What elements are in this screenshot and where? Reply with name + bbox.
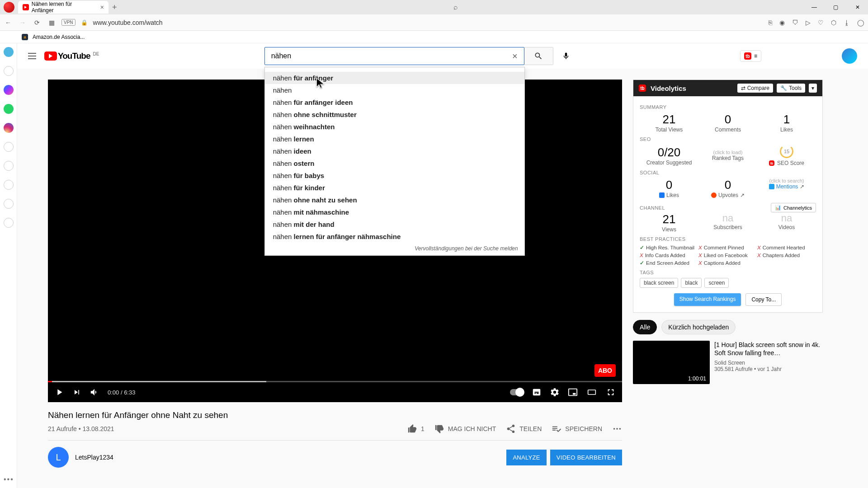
show-rankings-button[interactable]: Show Search Rankings bbox=[674, 293, 741, 306]
profile-icon[interactable]: ◯ bbox=[857, 19, 864, 26]
minimize-button[interactable]: — bbox=[804, 0, 825, 14]
whatsapp-icon[interactable] bbox=[4, 104, 14, 114]
more-actions-button[interactable] bbox=[612, 424, 622, 434]
chip-all[interactable]: Alle bbox=[633, 320, 657, 334]
suggestion-item[interactable]: nähen für babys bbox=[265, 169, 524, 182]
social-label: SOCIAL bbox=[640, 170, 816, 175]
voice-search-button[interactable] bbox=[557, 47, 575, 65]
related-video[interactable]: 1:00:01 [1 Hour] Black screen soft snow … bbox=[633, 341, 823, 384]
theater-button[interactable] bbox=[586, 388, 598, 397]
suggestion-item[interactable]: nähen für anfänger ideen bbox=[265, 96, 524, 108]
sidebar-bookmark-icon[interactable] bbox=[4, 66, 14, 76]
click-to-search[interactable]: (click to search) bbox=[757, 178, 816, 183]
like-button[interactable]: 1 bbox=[407, 424, 425, 434]
snapshot-icon[interactable]: ⎘ bbox=[769, 19, 772, 26]
tab-title: Nähen lernen für Anfänger bbox=[32, 1, 94, 14]
suggestion-item[interactable]: nähen lernen für anfänger nähmaschine bbox=[265, 230, 524, 243]
sidebar-clock-icon[interactable] bbox=[4, 199, 14, 209]
search-button[interactable] bbox=[524, 47, 553, 65]
sidebar-workspace-icon[interactable] bbox=[4, 47, 14, 57]
fullscreen-button[interactable] bbox=[606, 387, 616, 397]
chip-recent[interactable]: Kürzlich hochgeladen bbox=[661, 320, 736, 334]
tiles-icon[interactable]: ▦ bbox=[47, 19, 56, 26]
tag-item[interactable]: black bbox=[681, 278, 702, 288]
suggestion-item[interactable]: nähen mit nähmaschine bbox=[265, 206, 524, 218]
play-button[interactable] bbox=[54, 387, 64, 397]
search-input[interactable] bbox=[271, 52, 509, 60]
subscribe-watermark[interactable]: ABO bbox=[594, 364, 616, 377]
instagram-icon[interactable] bbox=[4, 123, 14, 133]
edit-video-button[interactable]: VIDEO BEARBEITEN bbox=[550, 450, 622, 465]
maximize-button[interactable]: ▢ bbox=[826, 0, 846, 14]
suggestion-item[interactable]: nähen ohne schnittmuster bbox=[265, 108, 524, 121]
back-button[interactable]: ← bbox=[4, 19, 13, 26]
analyze-button[interactable]: ANALYZE bbox=[506, 450, 546, 465]
new-tab-button[interactable]: + bbox=[112, 3, 117, 12]
suggestion-item[interactable]: nähen bbox=[265, 84, 524, 96]
messenger-icon[interactable] bbox=[4, 85, 14, 95]
clear-search-icon[interactable]: × bbox=[509, 51, 521, 61]
address-bar: ← → ⟳ ▦ VPN 🔒 www.youtube.com/watch ⎘ ◉ … bbox=[0, 14, 868, 31]
reload-button[interactable]: ⟳ bbox=[33, 19, 42, 26]
settings-button[interactable] bbox=[550, 387, 560, 397]
bookmark-item[interactable]: Amazon.de Associa... bbox=[33, 34, 85, 40]
suggestion-item[interactable]: nähen für anfänger bbox=[265, 72, 524, 84]
suggestion-report[interactable]: Vervollständigungen bei der Suche melden bbox=[265, 243, 524, 253]
search-box[interactable]: × bbox=[264, 47, 524, 65]
dislike-button[interactable]: MAG ICH NICHT bbox=[434, 424, 496, 434]
miniplayer-button[interactable] bbox=[568, 387, 578, 397]
next-button[interactable] bbox=[72, 388, 81, 397]
suggestion-item[interactable]: nähen lernen bbox=[265, 133, 524, 145]
reddit-icon bbox=[711, 192, 717, 198]
send-icon[interactable]: ▷ bbox=[806, 19, 811, 26]
camera-icon[interactable]: ◉ bbox=[779, 19, 785, 26]
videolytics-expand-button[interactable]: ▾ bbox=[809, 84, 817, 93]
tubebuddy-badge[interactable]: tb ≡ bbox=[740, 50, 761, 62]
copy-to-button[interactable]: Copy To... bbox=[745, 293, 782, 306]
channelytics-button[interactable]: 📊 Channelytics bbox=[771, 203, 816, 212]
url-text[interactable]: www.youtube.com/watch bbox=[93, 19, 763, 26]
user-avatar[interactable] bbox=[842, 48, 857, 64]
lock-icon[interactable]: 🔒 bbox=[81, 19, 88, 26]
heart-icon[interactable]: ♡ bbox=[818, 19, 824, 26]
browser-tab[interactable]: Nähen lernen für Anfänger × bbox=[18, 1, 108, 14]
youtube-logo[interactable]: YouTube DE bbox=[44, 51, 99, 61]
sidebar-more-icon[interactable]: ••• bbox=[4, 475, 14, 483]
comments-value: 0 bbox=[698, 113, 757, 127]
compare-button[interactable]: ⇄ Compare bbox=[737, 84, 773, 93]
sidebar-heart-icon[interactable] bbox=[4, 180, 14, 190]
channel-name[interactable]: LetsPlay1234 bbox=[75, 454, 113, 461]
browser-search-icon[interactable]: ⌕ bbox=[453, 3, 458, 11]
click-to-load[interactable]: (click to load) bbox=[698, 150, 757, 155]
shield-icon[interactable]: ⛉ bbox=[792, 19, 798, 26]
related-channel: Solid Screen bbox=[714, 360, 823, 366]
vpn-badge[interactable]: VPN bbox=[61, 19, 75, 26]
best-practices-grid: ✓High Res. ThumbnailXComment PinnedXComm… bbox=[640, 244, 816, 266]
twitter-mentions-label[interactable]: Mentions ↗ bbox=[757, 183, 816, 190]
suggestion-item[interactable]: nähen für kinder bbox=[265, 182, 524, 194]
tab-close-icon[interactable]: × bbox=[100, 4, 104, 11]
tools-button[interactable]: 🔧 Tools bbox=[777, 84, 805, 93]
cube-icon[interactable]: ⬡ bbox=[831, 19, 836, 26]
suggestion-item[interactable]: nähen ostern bbox=[265, 157, 524, 169]
channel-avatar[interactable]: L bbox=[48, 447, 69, 468]
suggestion-item[interactable]: nähen mit der hand bbox=[265, 218, 524, 230]
volume-button[interactable] bbox=[90, 387, 99, 397]
download-icon[interactable]: ⭳ bbox=[844, 19, 850, 26]
autoplay-toggle[interactable] bbox=[510, 389, 524, 395]
search-icon bbox=[534, 52, 543, 61]
suggestion-item[interactable]: nähen weihnachten bbox=[265, 121, 524, 133]
sidebar-player-icon[interactable] bbox=[4, 161, 14, 171]
tag-item[interactable]: black screen bbox=[640, 278, 678, 288]
sidebar-history-icon[interactable] bbox=[4, 142, 14, 152]
menu-button[interactable] bbox=[28, 53, 36, 59]
suggestion-item[interactable]: nähen ideen bbox=[265, 145, 524, 157]
suggestion-item[interactable]: nähen ohne naht zu sehen bbox=[265, 194, 524, 206]
sidebar-pin-icon[interactable] bbox=[4, 218, 14, 228]
share-button[interactable]: TEILEN bbox=[506, 424, 542, 434]
subtitles-button[interactable] bbox=[532, 387, 542, 397]
forward-button[interactable]: → bbox=[18, 19, 27, 26]
close-window-button[interactable]: ✕ bbox=[847, 0, 868, 14]
save-button[interactable]: SPEICHERN bbox=[552, 424, 602, 434]
tag-item[interactable]: screen bbox=[704, 278, 729, 288]
